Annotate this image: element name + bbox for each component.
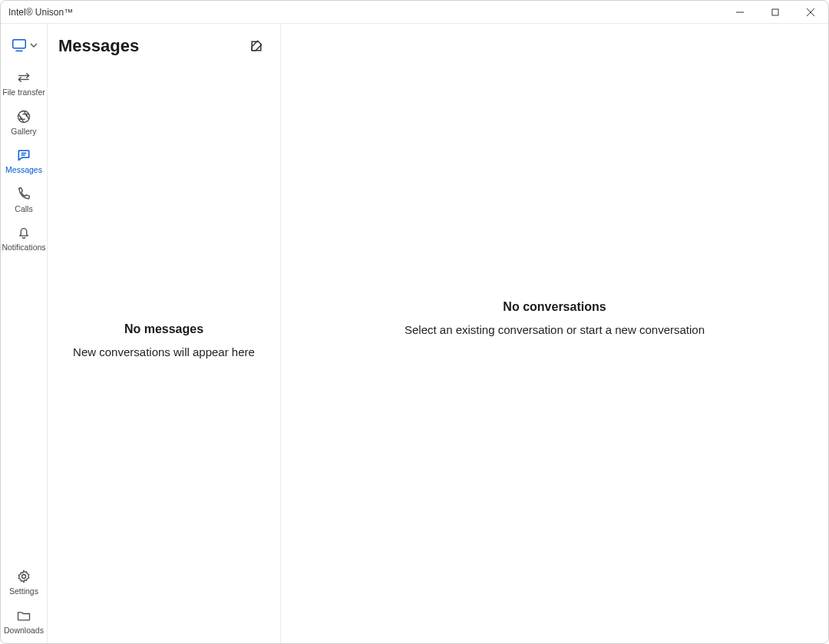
- sidebar-item-downloads[interactable]: Downloads: [1, 600, 47, 639]
- folder-icon: [16, 608, 31, 623]
- sidebar-item-label: File transfer: [2, 88, 45, 97]
- window-controls: [722, 1, 828, 23]
- device-selector[interactable]: [1, 28, 47, 62]
- aperture-icon: [16, 109, 31, 124]
- bell-icon: [16, 225, 31, 240]
- gear-icon: [16, 569, 31, 584]
- phone-icon: [16, 187, 31, 202]
- sidebar-item-label: Gallery: [11, 127, 36, 136]
- chevron-down-icon: [30, 41, 38, 49]
- sidebar-item-settings[interactable]: Settings: [1, 561, 47, 600]
- sidebar-item-file-transfer[interactable]: File transfer: [1, 62, 47, 101]
- sidebar-item-gallery[interactable]: Gallery: [1, 101, 47, 140]
- app-body: File transfer Gallery: [1, 24, 828, 643]
- chat-icon: [16, 147, 31, 163]
- sidebar-item-label: Messages: [5, 166, 42, 174]
- messages-list-pane: Messages No messages New conversations w…: [48, 24, 281, 643]
- empty-subtext: New conversations will appear here: [73, 345, 255, 358]
- compose-icon: [249, 38, 264, 54]
- empty-subtext: Select an existing conversation or start…: [405, 323, 705, 336]
- messages-empty-state: No messages New conversations will appea…: [48, 53, 280, 628]
- sidebar-item-notifications[interactable]: Notifications: [1, 217, 47, 256]
- app-window: Intel® Unison™: [0, 0, 829, 644]
- svg-rect-1: [772, 9, 778, 15]
- sidebar-item-messages[interactable]: Messages: [1, 140, 47, 179]
- transfer-icon: [16, 70, 31, 85]
- minimize-button[interactable]: [722, 1, 758, 23]
- svg-rect-4: [13, 40, 26, 48]
- window-title: Intel® Unison™: [8, 7, 73, 18]
- monitor-icon: [10, 37, 28, 54]
- close-icon: [807, 8, 814, 16]
- sidebar-item-label: Calls: [15, 205, 32, 213]
- conversation-detail-pane: No conversations Select an existing conv…: [281, 24, 828, 643]
- empty-heading: No messages: [124, 322, 203, 336]
- close-button[interactable]: [793, 1, 828, 23]
- empty-heading: No conversations: [405, 300, 705, 314]
- sidebar: File transfer Gallery: [1, 24, 48, 643]
- sidebar-item-label: Downloads: [4, 626, 44, 635]
- maximize-button[interactable]: [758, 1, 793, 23]
- minimize-icon: [736, 8, 744, 16]
- titlebar: Intel® Unison™: [1, 1, 828, 24]
- sidebar-item-calls[interactable]: Calls: [1, 179, 47, 218]
- sidebar-item-label: Notifications: [2, 243, 45, 252]
- svg-point-17: [22, 575, 26, 579]
- maximize-icon: [771, 8, 779, 16]
- sidebar-item-label: Settings: [9, 587, 38, 596]
